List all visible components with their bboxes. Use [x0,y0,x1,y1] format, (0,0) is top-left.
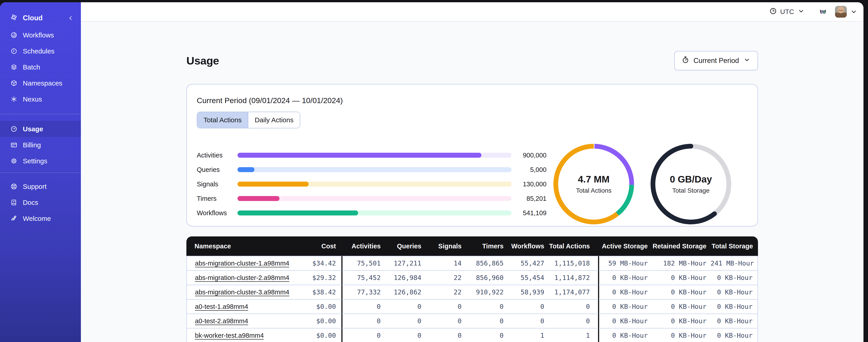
workflows-cell: 55,427 [505,256,546,270]
active-storage-cell: 0 KB-Hour [598,314,652,328]
cost-cell: $0.00 [292,314,341,328]
sidebar-item-welcome[interactable]: Welcome [0,210,81,227]
workflows-icon [10,32,18,39]
workflows-cell: 0 [505,314,546,328]
collapse-sidebar-icon[interactable] [67,15,74,22]
column-header-total-actions: Total Actions [546,236,598,256]
cost-cell: $29.32 [292,270,341,285]
total-storage-cell: 0 KB-Hour [711,270,758,285]
table-row: abs-migration-cluster-3.a98mm4$38.4277,3… [186,285,758,299]
namespaces-icon [10,80,18,87]
queries-cell: 0 [382,299,423,314]
tab-total-actions[interactable]: Total Actions [197,112,248,128]
total-storage-cell: 0 KB-Hour [711,328,758,342]
sidebar-item-label: Nexus [23,95,42,103]
brand-label: Cloud [23,14,43,22]
bar-fill [238,167,254,172]
bar-row-timers: Timers85,201 [197,191,547,206]
page-content: Usage Current Period Current Period (09/… [81,22,864,342]
bar-value: 5,000 [512,166,547,173]
donut-total-actions: 4.7 MMTotal Actions [552,142,636,226]
active-storage-cell: 0 KB-Hour [598,270,652,285]
sidebar-item-label: Schedules [23,47,55,55]
column-header-active-storage: Active Storage [598,236,652,256]
bar-label: Queries [197,166,238,173]
bar-row-signals: Signals130,000 [197,177,547,191]
sidebar-item-support[interactable]: Support [0,178,81,195]
temporal-logo-icon [10,14,18,22]
sidebar-item-label: Docs [23,199,38,206]
period-selector-button[interactable]: Current Period [674,51,758,70]
sidebar-item-settings[interactable]: Settings [0,153,81,169]
signals-cell: 0 [423,314,466,328]
donut-value: 0 GB/Day [670,174,712,185]
namespace-link[interactable]: abs-migration-cluster-1.a98mm4 [195,260,289,267]
workflows-cell: 58,939 [505,285,546,299]
sidebar-item-label: Workflows [23,31,54,39]
sidebar-item-nexus[interactable]: Nexus [0,91,81,107]
cost-cell: $38.42 [292,285,341,299]
signals-cell: 0 [423,299,466,314]
namespace-link[interactable]: abs-migration-cluster-2.a98mm4 [195,274,289,281]
timezone-label: UTC [780,8,794,15]
bar-label: Timers [197,195,238,202]
sidebar-item-label: Billing [23,141,41,149]
workflows-cell: 55,454 [505,270,546,285]
account-menu-chevron-icon[interactable] [850,8,858,15]
bar-track [238,181,512,186]
avatar[interactable] [835,6,847,18]
bar-row-queries: Queries5,000 [197,163,547,177]
bar-row-workflows: Workflows541,109 [197,206,547,220]
tab-daily-actions[interactable]: Daily Actions [248,112,300,128]
bar-row-activities: Activities900,000 [197,148,547,163]
queries-cell: 0 [382,314,423,328]
namespace-link[interactable]: bk-worker-test.a98mm4 [195,332,264,339]
actions-tab-group: Total ActionsDaily Actions [197,112,300,128]
namespace-cell: abs-migration-cluster-2.a98mm4 [186,270,292,285]
queries-cell: 127,211 [382,256,423,270]
donut-label: Total Storage [672,187,710,194]
timezone-selector[interactable]: UTC [769,7,805,16]
sidebar-item-usage[interactable]: Usage [0,121,81,137]
glasses-icon[interactable] [819,8,827,15]
bar-fill [238,196,279,201]
timers-cell: 0 [466,328,505,342]
sidebar-item-namespaces[interactable]: Namespaces [0,75,81,91]
bar-track [238,153,512,158]
period-button-label: Current Period [693,57,739,65]
sidebar-item-label: Usage [23,125,43,133]
total-actions-cell: 0 [546,299,598,314]
app-window: Cloud WorkflowsSchedulesBatchNamespacesN… [0,2,864,342]
column-header-signals: Signals [423,236,466,256]
sidebar-item-schedules[interactable]: Schedules [0,43,81,59]
total-storage-cell: 241 MB-Hour [711,256,758,270]
card-title: Current Period (09/01/2024 — 10/01/2024) [197,96,748,105]
bar-value: 130,000 [512,180,547,188]
namespace-cell: bk-worker-test.a98mm4 [186,328,292,342]
billing-icon [10,141,18,148]
actions-bar-chart: Activities900,000Queries5,000Signals130,… [197,148,547,220]
sidebar-item-docs[interactable]: Docs [0,195,81,210]
signals-cell: 14 [423,256,466,270]
activities-cell: 75,501 [341,256,382,270]
usage-charts: Activities900,000Queries5,000Signals130,… [197,142,748,226]
table-row: abs-migration-cluster-1.a98mm4$34.4275,5… [186,256,758,270]
sidebar-item-billing[interactable]: Billing [0,137,81,153]
main-column: UTC Usage Current Period [81,2,864,342]
column-header-cost: Cost [292,236,341,256]
namespace-link[interactable]: a0-test-1.a98mm4 [195,303,248,310]
total-actions-cell: 1,115,018 [546,256,598,270]
sidebar-primary-nav: WorkflowsSchedulesBatchNamespacesNexus [0,27,81,107]
activities-cell: 0 [341,299,382,314]
table-header-row: NamespaceCostActivitiesQueriesSignalsTim… [186,236,758,256]
sidebar-item-workflows[interactable]: Workflows [0,27,81,43]
timers-cell: 0 [466,314,505,328]
timers-cell: 0 [466,299,505,314]
namespace-link[interactable]: a0-test-2.a98mm4 [195,317,248,324]
signals-cell: 22 [423,285,466,299]
total-storage-cell: 0 KB-Hour [711,299,758,314]
page-title: Usage [186,55,219,67]
sidebar-item-batch[interactable]: Batch [0,59,81,75]
namespace-link[interactable]: abs-migration-cluster-3.a98mm4 [195,288,289,296]
column-header-timers: Timers [466,236,505,256]
